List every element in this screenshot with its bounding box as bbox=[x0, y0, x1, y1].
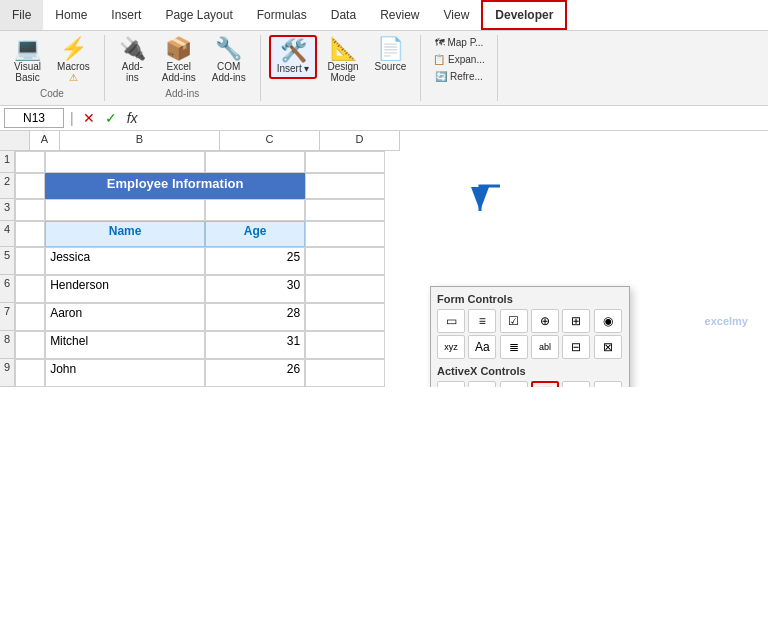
ax-listbox-button[interactable]: ⬜ bbox=[531, 381, 559, 387]
row-num-3: 3 bbox=[0, 199, 15, 221]
cell-d4[interactable] bbox=[305, 221, 385, 247]
insert-button[interactable]: 🛠️ Insert ▾ bbox=[269, 35, 318, 79]
grid-row-9: John 26 bbox=[15, 359, 385, 387]
fc-btn-7[interactable]: xyz bbox=[437, 335, 465, 359]
fc-btn-5[interactable]: ⊞ bbox=[562, 309, 590, 333]
fc-btn-10[interactable]: abl bbox=[531, 335, 559, 359]
macros-label: Macros bbox=[57, 61, 90, 72]
form-controls-grid: ▭ ≡ ☑ ⊕ ⊞ ◉ xyz Aa ≣ abl ⊟ ⊠ bbox=[437, 309, 623, 359]
cell-a6[interactable] bbox=[15, 275, 45, 303]
tab-developer[interactable]: Developer bbox=[481, 0, 567, 30]
spreadsheet-area: A B C D 1 2 3 4 5 6 7 8 9 bbox=[0, 131, 768, 387]
cell-employee-info[interactable]: Employee Information bbox=[45, 173, 305, 199]
cell-a3[interactable] bbox=[15, 199, 45, 221]
ax-btn-2[interactable]: ≡ bbox=[468, 381, 496, 387]
formula-cancel-button[interactable]: ✕ bbox=[80, 110, 98, 126]
cell-b6[interactable]: Henderson bbox=[45, 275, 205, 303]
refresh-button[interactable]: 🔄 Refre... bbox=[429, 69, 488, 84]
fc-btn-6[interactable]: ◉ bbox=[594, 309, 622, 333]
cell-a2[interactable] bbox=[15, 173, 45, 199]
cell-c8[interactable]: 31 bbox=[205, 331, 305, 359]
tab-formulas[interactable]: Formulas bbox=[245, 0, 319, 30]
fc-btn-2[interactable]: ≡ bbox=[468, 309, 496, 333]
row-num-6: 6 bbox=[0, 275, 15, 303]
tab-home[interactable]: Home bbox=[43, 0, 99, 30]
cell-b8[interactable]: Mitchel bbox=[45, 331, 205, 359]
expand-button[interactable]: 📋 Expan... bbox=[429, 52, 488, 67]
fc-btn-9[interactable]: ≣ bbox=[500, 335, 528, 359]
row-num-5: 5 bbox=[0, 247, 15, 275]
formula-confirm-button[interactable]: ✓ bbox=[102, 110, 120, 126]
tab-review[interactable]: Review bbox=[368, 0, 431, 30]
cell-d1[interactable] bbox=[305, 151, 385, 173]
fc-btn-11[interactable]: ⊟ bbox=[562, 335, 590, 359]
cell-c5[interactable]: 25 bbox=[205, 247, 305, 275]
grid-row-6: Henderson 30 bbox=[15, 275, 385, 303]
code-group-items: 💻 VisualBasic ⚡ Macros ⚠ bbox=[8, 35, 96, 86]
ax-btn-1[interactable]: ▭ bbox=[437, 381, 465, 387]
cell-d2[interactable] bbox=[305, 173, 385, 199]
cell-a7[interactable] bbox=[15, 303, 45, 331]
tab-view[interactable]: View bbox=[432, 0, 482, 30]
row-num-1: 1 bbox=[0, 151, 15, 173]
col-header-d: D bbox=[320, 131, 400, 151]
source-button[interactable]: 📄 Source bbox=[369, 35, 413, 75]
design-mode-button[interactable]: 📐 DesignMode bbox=[321, 35, 364, 86]
row-num-9: 9 bbox=[0, 359, 15, 387]
map-p-button[interactable]: 🗺 Map P... bbox=[429, 35, 488, 50]
add-ins-label: Add-ins bbox=[122, 61, 143, 83]
insert-label: Insert ▾ bbox=[277, 63, 310, 74]
design-mode-label: DesignMode bbox=[327, 61, 358, 83]
activex-controls-grid: ▭ ≡ ✔ ⬜ abl ≣ ⊕ ◉ A ⊡ ≣ 🔧 bbox=[437, 381, 623, 387]
formula-input[interactable] bbox=[145, 109, 764, 127]
ax-btn-5[interactable]: abl bbox=[562, 381, 590, 387]
add-ins-button[interactable]: 🔌 Add-ins bbox=[113, 35, 152, 86]
cell-c9[interactable]: 26 bbox=[205, 359, 305, 387]
cell-a9[interactable] bbox=[15, 359, 45, 387]
cell-c6[interactable]: 30 bbox=[205, 275, 305, 303]
ax-btn-6[interactable]: ≣ bbox=[594, 381, 622, 387]
cell-name-header[interactable]: Name bbox=[45, 221, 205, 247]
grid-row-3 bbox=[15, 199, 385, 221]
cell-d6[interactable] bbox=[305, 275, 385, 303]
cell-b7[interactable]: Aaron bbox=[45, 303, 205, 331]
cell-a8[interactable] bbox=[15, 331, 45, 359]
visual-basic-button[interactable]: 💻 VisualBasic bbox=[8, 35, 47, 86]
cell-b3[interactable] bbox=[45, 199, 205, 221]
cell-reference-box[interactable] bbox=[4, 108, 64, 128]
tab-insert[interactable]: Insert bbox=[99, 0, 153, 30]
tab-page-layout[interactable]: Page Layout bbox=[153, 0, 244, 30]
cell-d3[interactable] bbox=[305, 199, 385, 221]
corner-cell bbox=[0, 131, 30, 151]
cell-c1[interactable] bbox=[205, 151, 305, 173]
ax-btn-3[interactable]: ✔ bbox=[500, 381, 528, 387]
formula-fx-button[interactable]: fx bbox=[124, 110, 141, 126]
fc-btn-12[interactable]: ⊠ bbox=[594, 335, 622, 359]
formula-separator: | bbox=[68, 110, 76, 126]
excel-add-ins-button[interactable]: 📦 ExcelAdd-ins bbox=[156, 35, 202, 86]
cell-a1[interactable] bbox=[15, 151, 45, 173]
col-header-b: B bbox=[60, 131, 220, 151]
cell-b9[interactable]: John bbox=[45, 359, 205, 387]
tab-file[interactable]: File bbox=[0, 0, 43, 30]
cell-b1[interactable] bbox=[45, 151, 205, 173]
cell-c7[interactable]: 28 bbox=[205, 303, 305, 331]
tab-data[interactable]: Data bbox=[319, 0, 368, 30]
fc-btn-1[interactable]: ▭ bbox=[437, 309, 465, 333]
macros-button[interactable]: ⚡ Macros ⚠ bbox=[51, 35, 96, 86]
cell-b5[interactable]: Jessica bbox=[45, 247, 205, 275]
cell-d5[interactable] bbox=[305, 247, 385, 275]
fc-btn-8[interactable]: Aa bbox=[468, 335, 496, 359]
fc-btn-3[interactable]: ☑ bbox=[500, 309, 528, 333]
cell-d8[interactable] bbox=[305, 331, 385, 359]
cell-d9[interactable] bbox=[305, 359, 385, 387]
cell-a4[interactable] bbox=[15, 221, 45, 247]
com-add-ins-button[interactable]: 🔧 COMAdd-ins bbox=[206, 35, 252, 86]
cell-a5[interactable] bbox=[15, 247, 45, 275]
refresh-label: 🔄 Refre... bbox=[435, 71, 483, 82]
cell-age-header[interactable]: Age bbox=[205, 221, 305, 247]
cell-d7[interactable] bbox=[305, 303, 385, 331]
fc-btn-4[interactable]: ⊕ bbox=[531, 309, 559, 333]
column-header-row: A B C D bbox=[0, 131, 768, 151]
cell-c3[interactable] bbox=[205, 199, 305, 221]
